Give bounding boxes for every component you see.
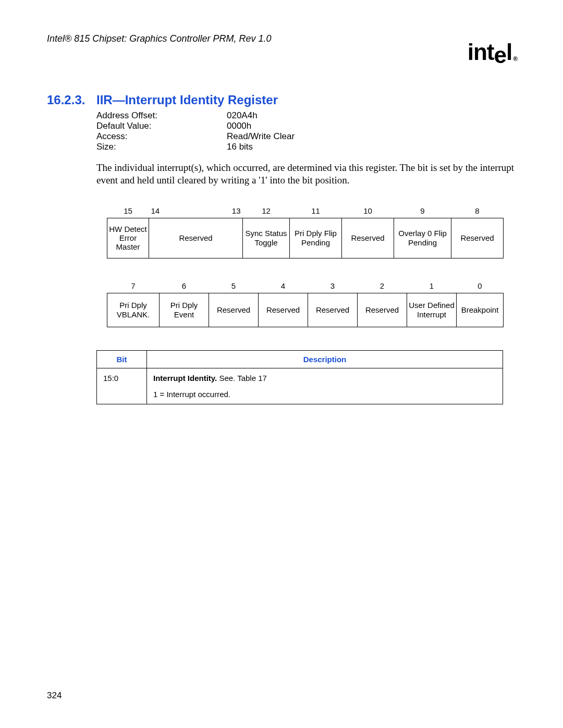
intel-logo: intel® (468, 41, 516, 64)
prop-value-access: Read/Write Clear (227, 131, 295, 142)
desc-row-description: Interrupt Identity. See. Table 17 1 = In… (147, 368, 503, 404)
bitfield-high: 15 14 13 12 11 10 9 8 HW Detect Error Ma… (107, 204, 516, 258)
bit-cell: Reserved (358, 293, 407, 327)
description-paragraph: The individual interrupt(s), which occur… (96, 162, 516, 187)
doc-header-title: Intel® 815 Chipset: Graphics Controller … (47, 33, 271, 44)
bit-cell: Reserved (451, 218, 504, 258)
prop-label-size: Size: (96, 142, 227, 152)
bit-num: 14 (149, 204, 196, 218)
prop-label-default-value: Default Value: (96, 121, 227, 131)
bit-cell: User Defined Interrupt (407, 293, 457, 327)
bitfield-low: 7 6 5 4 3 2 1 0 Pri Dply VBLANK. Pri Dpl… (107, 279, 516, 327)
bit-cell: Sync Status Toggle (243, 218, 290, 258)
bit-cell: Reserved (259, 293, 308, 327)
desc-row-bold: Interrupt Identity. (153, 374, 217, 382)
bit-num: 8 (451, 204, 504, 218)
section-number: 16.2.3. (47, 93, 96, 107)
bit-num: 13 (196, 204, 243, 218)
bit-num: 1 (407, 279, 457, 293)
bit-num: 4 (259, 279, 308, 293)
bit-num: 15 (107, 204, 149, 218)
bit-cell: Reserved (308, 293, 358, 327)
bit-num: 10 (342, 204, 394, 218)
bit-num: 11 (290, 204, 342, 218)
desc-table-header-description: Description (147, 350, 503, 368)
bit-num: 7 (107, 279, 160, 293)
prop-value-address-offset: 020A4h (227, 110, 258, 121)
bit-num: 0 (457, 279, 504, 293)
bit-cell: Pri Dply Flip Pending (290, 218, 342, 258)
prop-value-default-value: 0000h (227, 121, 251, 131)
bit-num: 9 (394, 204, 451, 218)
bit-cell: Reserved (342, 218, 394, 258)
bit-cell: HW Detect Error Master (107, 218, 149, 258)
bit-cell: Pri Dply Event (160, 293, 209, 327)
bit-cell: Overlay 0 Flip Pending (394, 218, 451, 258)
prop-label-access: Access: (96, 131, 227, 142)
bit-cell: Pri Dply VBLANK. (107, 293, 160, 327)
prop-label-address-offset: Address Offset: (96, 110, 227, 121)
prop-value-size: 16 bits (227, 142, 253, 152)
desc-row-subline: 1 = Interrupt occurred. (153, 390, 496, 399)
desc-row-rest: See. Table 17 (217, 374, 267, 382)
bit-num: 3 (308, 279, 358, 293)
bit-num: 5 (209, 279, 259, 293)
page-number: 324 (47, 690, 62, 701)
desc-table-header-bit: Bit (97, 350, 147, 368)
bit-cell: Breakpoint (457, 293, 504, 327)
bit-cell: Reserved (209, 293, 259, 327)
bit-num: 12 (243, 204, 290, 218)
desc-row-bit: 15:0 (97, 368, 147, 404)
bit-num: 2 (358, 279, 407, 293)
bit-num: 6 (160, 279, 209, 293)
description-table: Bit Description 15:0 Interrupt Identity.… (96, 350, 516, 404)
section-title: IIR—Interrupt Identity Register (96, 93, 278, 107)
register-properties: Address Offset: 020A4h Default Value: 00… (96, 110, 516, 152)
bit-cell: Reserved (149, 218, 243, 258)
